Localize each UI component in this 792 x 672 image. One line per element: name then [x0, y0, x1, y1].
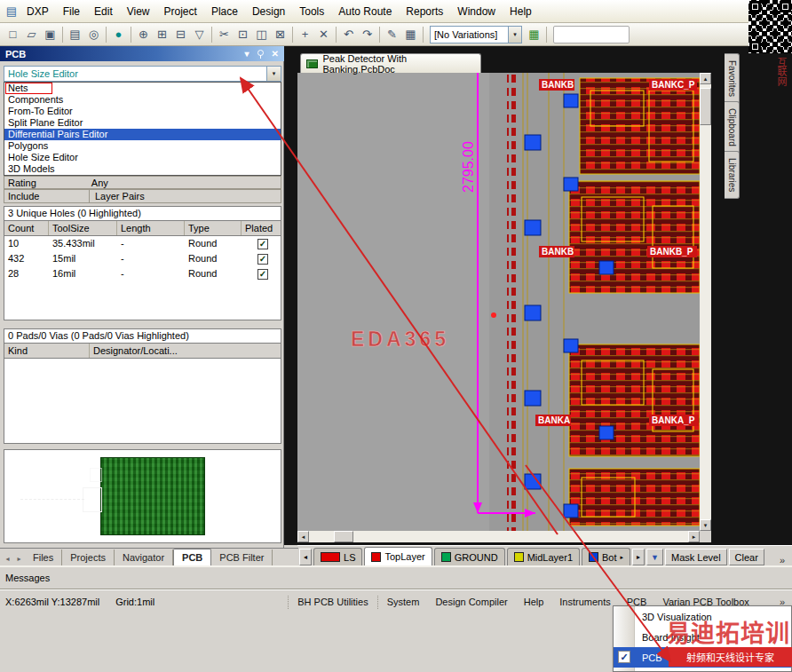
dropdown-item-split-plane-editor[interactable]: Split Plane Editor — [4, 117, 281, 129]
status-menu-instruments[interactable]: Instruments — [551, 594, 618, 610]
layer-tab-midlayer1[interactable]: MidLayer1 — [507, 548, 580, 565]
scroll-right-icon[interactable]: ▸ — [688, 531, 700, 542]
table-row[interactable]: 10 35.433mil - Round ✓ — [4, 236, 281, 251]
col-length[interactable]: Length — [117, 221, 185, 235]
dropdown-item-polygons[interactable]: Polygons — [4, 140, 281, 152]
filter-icon[interactable]: ▽ — [190, 26, 209, 43]
layer-tab-bottom[interactable]: Bot ▸ — [582, 548, 630, 565]
variant-table-icon[interactable]: ▦ — [525, 26, 543, 43]
undo-icon[interactable]: ↶ — [339, 26, 358, 43]
copy-icon[interactable]: ⊡ — [234, 26, 252, 43]
scroll-thumb[interactable] — [334, 531, 353, 542]
menu-auto-route[interactable]: Auto Route — [331, 1, 399, 22]
pads-table-empty[interactable] — [4, 359, 281, 444]
new-icon[interactable]: □ — [4, 26, 22, 43]
dropdown-item-nets[interactable]: Nets — [4, 83, 281, 94]
paste-icon[interactable]: ◫ — [252, 26, 271, 43]
col-count[interactable]: Count — [4, 221, 49, 235]
messages-panel[interactable]: Messages — [0, 565, 792, 589]
cross-probe-icon[interactable]: + — [296, 26, 314, 43]
menu-help[interactable]: Help — [503, 1, 539, 22]
pcb-canvas[interactable]: BANKB BANKC_P BANKB BANKB_P BANKA BANKA_… — [297, 73, 700, 531]
layer-tab-ls[interactable]: LS — [313, 548, 362, 565]
panel-mode-select[interactable]: Hole Size Editor ▾ — [4, 66, 281, 82]
status-menu-design-compiler[interactable]: Design Compiler — [427, 594, 515, 610]
status-menu-bh-pcb-utilities[interactable]: BH PCB Utilities — [289, 594, 376, 610]
col-plated[interactable]: Plated — [242, 221, 281, 235]
zoom-fit-icon[interactable]: ⊕ — [134, 26, 153, 43]
dropdown-item-3d-models[interactable]: 3D Models — [4, 163, 281, 175]
pin-icon[interactable] — [257, 50, 265, 59]
tabs-scroll-left-icon[interactable]: ◂ — [2, 552, 13, 565]
menu-tools[interactable]: Tools — [292, 1, 331, 22]
overflow-chevron-icon[interactable]: » — [774, 555, 790, 565]
mask-funnel-icon[interactable]: ▼ — [646, 549, 663, 565]
horizontal-scrollbar[interactable]: ◂ ▸ — [297, 531, 700, 542]
side-tab-libraries[interactable]: Libraries — [725, 151, 740, 199]
scroll-down-icon[interactable]: ▾ — [700, 519, 711, 531]
clear-button[interactable]: Clear — [729, 549, 764, 565]
table-row[interactable]: 28 16mil - Round ✓ — [4, 266, 281, 281]
plated-checkbox[interactable]: ✓ — [257, 254, 268, 265]
tab-pcb[interactable]: PCB — [173, 549, 211, 565]
variations-select[interactable]: [No Variations] ▾ — [430, 26, 522, 43]
menu-project[interactable]: Project — [157, 1, 204, 22]
include-label[interactable]: Include — [4, 190, 90, 202]
dropdown-item-components[interactable]: Components — [4, 94, 281, 106]
menu-window[interactable]: Window — [450, 1, 503, 22]
plated-checkbox[interactable]: ✓ — [257, 239, 268, 249]
tab-pcb-filter[interactable]: PCB Filter — [211, 549, 273, 565]
layer-tab-toplayer[interactable]: TopLayer — [364, 547, 432, 565]
quick-filter-box[interactable] — [553, 26, 630, 43]
rating-value[interactable]: Any — [36, 178, 108, 188]
menu-reports[interactable]: Reports — [399, 1, 450, 22]
table-row[interactable]: 432 15mil - Round ✓ — [4, 251, 281, 266]
col-designator[interactable]: Designator/Locati... — [90, 344, 281, 358]
tab-files[interactable]: Files — [25, 549, 62, 565]
layer-tab-scroll-icon[interactable]: ▸ — [621, 554, 624, 561]
print-preview-icon[interactable]: ◎ — [84, 26, 103, 43]
side-tab-clipboard[interactable]: Clipboard — [725, 101, 740, 154]
menu-dxp[interactable]: DXP — [20, 1, 56, 22]
dropdown-item-differential-pairs-editor[interactable]: Differential Pairs Editor — [4, 129, 281, 140]
menu-design[interactable]: Design — [245, 1, 292, 22]
vertical-scrollbar[interactable]: ▴ ▾ — [700, 73, 711, 531]
plated-checkbox[interactable]: ✓ — [257, 269, 268, 280]
menu-file[interactable]: File — [56, 1, 87, 22]
col-toolsize[interactable]: ToolSize — [49, 221, 117, 235]
chevron-down-icon[interactable]: ▾ — [266, 67, 281, 81]
layer-scroll-left-icon[interactable]: ◂ — [299, 549, 312, 565]
mask-level-button[interactable]: Mask Level — [665, 549, 727, 565]
menu-place[interactable]: Place — [204, 1, 245, 22]
col-kind[interactable]: Kind — [4, 344, 90, 358]
tab-navigator[interactable]: Navigator — [115, 549, 173, 565]
cut-icon[interactable]: ✂ — [215, 26, 234, 43]
panel-menu-icon[interactable]: ▾ — [245, 50, 249, 59]
side-tab-favorites[interactable]: Favorites — [725, 53, 740, 104]
break-track-icon[interactable]: ✕ — [314, 26, 333, 43]
scroll-thumb[interactable] — [700, 88, 711, 125]
clear-filter-icon[interactable]: ⊠ — [271, 26, 289, 43]
col-type[interactable]: Type — [185, 221, 242, 235]
open-icon[interactable]: ▱ — [22, 26, 41, 43]
layer-tab-ground[interactable]: GROUND — [434, 548, 505, 565]
board-preview[interactable] — [4, 449, 281, 543]
zoom-area-icon[interactable]: ⊞ — [153, 26, 171, 43]
layer-scroll-right-icon[interactable]: ▸ — [632, 549, 645, 565]
status-menu-help[interactable]: Help — [516, 594, 552, 610]
heal-icon[interactable]: ● — [109, 26, 128, 43]
menu-view[interactable]: View — [120, 1, 157, 22]
pcb-panel-header[interactable]: PCB ▾ ✕ — [0, 46, 284, 61]
scroll-left-icon[interactable]: ◂ — [297, 531, 309, 542]
grid-icon[interactable]: ▦ — [401, 26, 420, 43]
print-icon[interactable]: ▤ — [66, 26, 84, 43]
layer-pairs-label[interactable]: Layer Pairs — [90, 191, 145, 202]
status-menu-system[interactable]: System — [379, 594, 428, 610]
dropdown-item-hole-size-editor[interactable]: Hole Size Editor — [4, 152, 281, 163]
redo-icon[interactable]: ↷ — [358, 26, 376, 43]
dropdown-item-from-to-editor[interactable]: From-To Editor — [4, 106, 281, 117]
tabs-scroll-right-icon[interactable]: ▸ — [13, 552, 25, 565]
chevron-down-icon[interactable]: ▾ — [508, 27, 521, 43]
edit-icon[interactable]: ✎ — [383, 26, 401, 43]
close-icon[interactable]: ✕ — [272, 50, 279, 59]
